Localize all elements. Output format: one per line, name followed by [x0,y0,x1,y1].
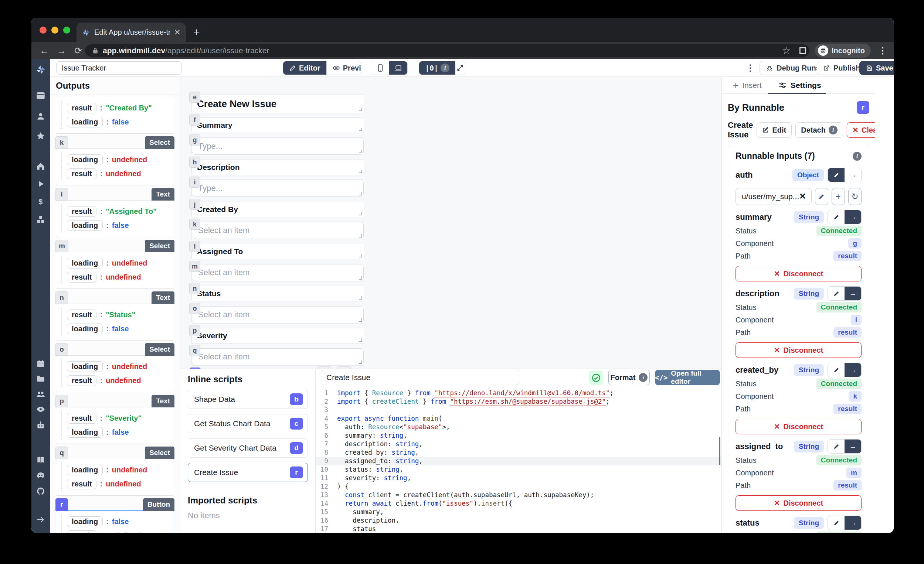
detach-runnable-button[interactable]: Detachi [795,122,843,138]
refresh-resource-button[interactable]: ↻ [848,188,861,205]
output-card-n[interactable]: nTextresult:"Status"loading:false [56,304,174,341]
browser-tab[interactable]: Edit App u/user/issue-tracker | ✕ [76,22,186,42]
edit-runnable-button[interactable]: Edit [757,122,792,138]
output-key[interactable]: loading [67,117,103,127]
static-mode-segment[interactable] [828,440,844,453]
canvas-component-n[interactable]: nStatus [192,286,364,301]
disconnect-button[interactable]: ✕Disconnect [735,419,861,434]
reload-icon[interactable]: ⟳ [74,45,82,56]
text-input-component[interactable]: Type... [192,138,364,155]
disconnect-button[interactable]: ✕Disconnect [735,495,861,511]
canvas-component-p[interactable]: pSeverity [192,328,364,344]
resize-handle[interactable] [359,212,362,215]
discord-icon[interactable] [32,470,50,480]
static-mode-segment[interactable] [828,168,844,182]
inline-script-item[interactable]: Get Status Chart Datac [188,414,308,433]
output-card-q[interactable]: qSelectloading:undefinedresult:undefined [56,459,174,496]
inline-script-item[interactable]: Shape Datab [188,390,308,409]
preview-mode-button[interactable]: Preview [326,61,361,75]
add-resource-button[interactable]: + [832,188,845,205]
bookmark-star-icon[interactable]: ☆ [782,45,790,57]
tab-insert[interactable]: + Insert [733,81,762,90]
resize-handle[interactable] [359,296,362,299]
app-canvas[interactable]: eCreate New IssuefSummarygType...hDescri… [180,77,722,369]
anchor-icon[interactable]: ⚓ [336,367,352,369]
output-key[interactable]: loading [67,154,103,165]
output-key[interactable]: result [67,375,96,386]
output-key[interactable]: result [67,310,96,320]
resize-handle[interactable] [359,254,362,257]
output-card-l[interactable]: lTextresult:"Assigned To"loading:false [56,200,174,237]
select-component[interactable]: Select an item [192,306,364,323]
debug-runs-button[interactable]: Debug Runs [759,61,826,75]
output-card-k[interactable]: kSelectloading:undefinedresult:undefined [56,148,174,186]
docs-icon[interactable] [32,455,50,465]
app-menu-icon[interactable]: ⋮ [746,63,755,73]
resource-picker[interactable]: u/user/my_sup... ✕ [735,188,812,205]
window-controls[interactable] [39,27,70,34]
static-mode-segment[interactable] [828,363,844,377]
back-icon[interactable]: ← [39,45,49,56]
resources-icon[interactable] [32,215,50,224]
output-card-o[interactable]: oSelectloading:undefinedresult:undefined [56,355,174,392]
connect-mode-segment[interactable]: → [844,440,861,453]
canvas-component-k[interactable]: kSelect an item [192,221,364,239]
code-editor[interactable]: 1import { Resource } from "https://deno.… [316,389,722,533]
resize-handle[interactable] [359,319,362,322]
inline-script-item[interactable]: Create Issuer [188,463,308,482]
canvas-component-g[interactable]: gType... [192,138,364,155]
select-component[interactable]: Select an item [192,222,364,239]
schedules-icon[interactable] [32,359,50,369]
clear-resource-icon[interactable]: ✕ [799,192,806,201]
open-full-editor-button[interactable]: </> Open full editor [655,370,720,385]
output-key[interactable]: result [67,479,96,489]
resize-handle[interactable] [359,234,362,238]
canvas-component-j[interactable]: jCreated By [192,202,364,217]
save-button[interactable]: Save [860,61,894,75]
output-key[interactable]: loading [67,258,103,269]
apps-icon[interactable] [32,91,50,100]
close-window-button[interactable] [39,27,46,34]
editor-scrollbar[interactable] [719,437,720,465]
output-key[interactable]: result [67,103,96,114]
output-key[interactable]: loading [67,323,103,334]
resize-handle[interactable] [359,192,362,195]
home-icon[interactable] [32,162,50,171]
resize-handle[interactable] [359,128,362,131]
output-key[interactable]: result [67,206,96,217]
editor-mode-button[interactable]: Editor [283,61,326,75]
disconnect-button[interactable]: ✕Disconnect [735,343,861,358]
static-mode-segment[interactable] [828,210,844,224]
output-key[interactable]: result [67,272,96,283]
resize-handle[interactable] [359,276,362,280]
mobile-view-button[interactable] [371,61,389,75]
side-panel-icon[interactable] [798,46,808,55]
output-key[interactable]: loading [67,220,103,231]
text-input-component[interactable]: Type... [192,180,364,197]
inline-script-item[interactable]: Get Severity Chart Datad [188,438,308,458]
clear-runnable-button[interactable]: ✕Clear [847,122,875,138]
favorites-icon[interactable] [32,131,50,141]
connect-mode-segment[interactable]: → [844,363,861,377]
format-button[interactable]: Formati [608,370,650,385]
canvas-component-l[interactable]: lAssigned To [192,244,364,259]
tab-settings[interactable]: Settings [778,81,821,90]
resize-handle[interactable] [359,150,362,153]
canvas-component-e[interactable]: eCreate New Issue [192,94,364,113]
variables-icon[interactable]: $ [32,197,50,206]
output-key[interactable]: loading [67,465,103,475]
canvas-component-h[interactable]: hDescription [192,160,364,175]
output-key[interactable]: loading [67,427,103,438]
expand-icon[interactable] [32,515,50,525]
connect-mode-segment[interactable]: → [844,516,861,530]
output-card-m[interactable]: mSelectloading:undefinedresult:undefined [56,252,174,289]
script-name-input[interactable] [321,370,519,385]
app-name-input[interactable] [56,61,182,75]
canvas-component-q[interactable]: qSelect an item [192,348,364,366]
disconnect-button[interactable]: ✕Disconnect [735,266,861,281]
maximize-window-button[interactable] [63,27,70,34]
runs-icon[interactable] [32,180,50,188]
output-card[interactable]: result:"Created By"loading:false [56,97,174,134]
connect-mode-segment[interactable]: → [844,287,861,300]
select-component[interactable]: Select an item [192,348,364,365]
